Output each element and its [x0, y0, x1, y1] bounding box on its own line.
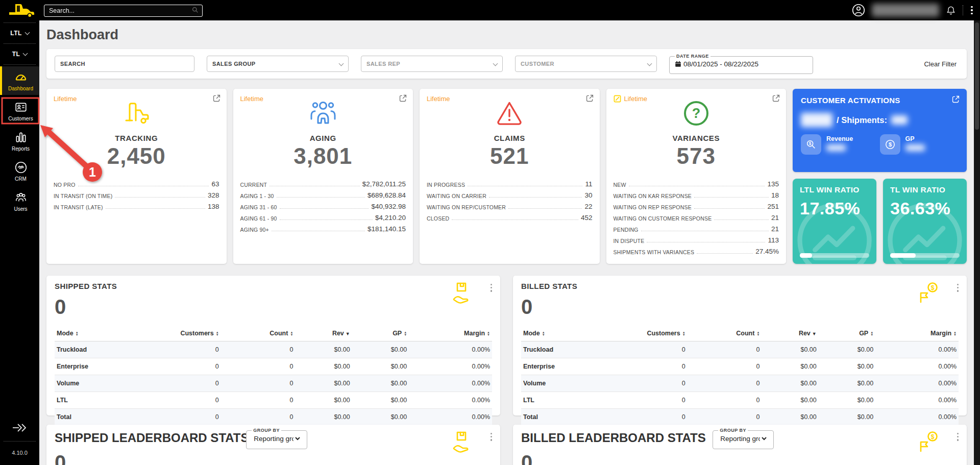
card-menu-kebab-icon[interactable] [489, 432, 493, 442]
billed-stats-card: BILLED STATS $ 0 Mode▲▼ Customers▲▼ Coun… [513, 276, 967, 415]
checkbox-slash-icon [614, 95, 621, 103]
customer-dropdown[interactable]: CUSTOMER [515, 56, 657, 72]
claims-card: Lifetime CLAIMS 521 IN PROGRESS 11 [420, 89, 600, 264]
sidebar-item-users[interactable]: Users [0, 187, 39, 215]
revenue-chip: $ Revenue [801, 134, 880, 155]
stat-label: WAITING ON KAR RESPONSE [614, 193, 692, 199]
global-search-input[interactable] [44, 5, 203, 17]
sidebar-item-label: CRM [15, 176, 27, 182]
column-header-customers[interactable]: Customers▲▼ [142, 326, 220, 341]
column-header-gp[interactable]: GP▲▼ [352, 326, 409, 341]
table-row: Truckload00$0.00$0.000.00% [521, 341, 959, 358]
external-link-icon[interactable] [399, 94, 407, 103]
scrollbar-thumb[interactable] [975, 22, 979, 130]
stat-value: 135 [767, 180, 779, 188]
table-row: LTL00$0.00$0.000.00% [521, 392, 959, 409]
filter-search-input[interactable] [55, 56, 194, 72]
column-header-margin[interactable]: Margin▲▼ [875, 326, 959, 341]
stat-label: AGING 61 - 90 [240, 215, 277, 222]
card-title: CUSTOMER ACTIVATIONS [801, 96, 959, 105]
stat-label: IN DISPUTE [614, 238, 645, 244]
column-header-rev[interactable]: Rev▼ [295, 326, 352, 341]
sidebar: LTL TL Dashboard Customers Reports [0, 0, 39, 465]
gp-chip: $ GP [880, 134, 959, 155]
filter-bar: SALES GROUP SALES REP CUSTOMER DATE RANG… [46, 49, 967, 79]
column-header-count[interactable]: Count▲▼ [688, 326, 762, 341]
sidebar-item-label: Reports [12, 146, 30, 152]
app-logo-truck-icon[interactable] [8, 2, 35, 18]
external-link-icon[interactable] [951, 95, 960, 104]
column-header-gp[interactable]: GP▲▼ [819, 326, 875, 341]
date-range-field[interactable]: DATE RANGE 08/01/2025 - 08/22/2025 [669, 54, 813, 74]
revenue-magnifier-dollar-icon: $ [805, 139, 817, 150]
clear-filter-button[interactable]: Clear Filter [924, 60, 957, 68]
sort-desc-icon: ▼ [812, 331, 817, 336]
column-header-count[interactable]: Count▲▼ [221, 326, 296, 341]
table-row: LTL00$0.00$0.000.00% [55, 392, 492, 409]
user-avatar-icon[interactable] [852, 4, 865, 17]
progress-fill [800, 253, 812, 258]
stat-label: AGING 31 - 60 [240, 204, 277, 210]
stat-value: 27.45% [755, 248, 779, 255]
period-label: Lifetime [54, 95, 77, 103]
external-link-icon[interactable] [585, 94, 594, 103]
leaderboards-row: SHIPPED LEADERBOARD STATS GROUP BY Repor… [46, 425, 967, 465]
card-menu-kebab-icon[interactable] [489, 283, 493, 293]
column-header-customers[interactable]: Customers▲▼ [608, 326, 687, 341]
svg-text:$: $ [809, 141, 812, 146]
shipped-stats-table: Mode▲▼ Customers▲▼ Count▲▼ Rev▼ GP▲▼ Mar… [55, 326, 492, 426]
sidebar-item-dashboard[interactable]: Dashboard [0, 66, 39, 95]
table-row: Enterprise00$0.00$0.000.00% [55, 358, 492, 375]
sort-icon: ▲▼ [487, 331, 490, 336]
stat-row: CURRENT $2,782,011.25 [240, 177, 406, 188]
card-title: LTL WIN RATIO [800, 185, 869, 194]
package-hand-icon [449, 281, 474, 305]
card-menu-kebab-icon[interactable] [956, 283, 960, 293]
column-header-margin[interactable]: Margin▲▼ [409, 326, 492, 341]
stat-row: AGING 31 - 60 $40,932.98 [240, 199, 406, 210]
table-row: Enterprise00$0.00$0.000.00% [521, 358, 959, 375]
period-label: Lifetime [240, 95, 264, 103]
warning-triangle-icon [495, 100, 524, 127]
column-header-mode[interactable]: Mode▲▼ [55, 326, 142, 341]
sidebar-item-crm[interactable]: CRM [0, 157, 39, 185]
column-header-mode[interactable]: Mode▲▼ [521, 326, 608, 341]
sort-desc-icon: ▼ [346, 331, 350, 336]
truck-icon [121, 99, 152, 128]
stat-value: $689,628.84 [368, 191, 406, 199]
group-by-select[interactable]: Reporting group [252, 434, 302, 443]
sidebar-group-ltl[interactable]: LTL [0, 23, 39, 43]
customer-activations-card: CUSTOMER ACTIVATIONS / Shipments: [793, 89, 967, 172]
gp-value-blurred [905, 144, 925, 151]
stat-value: $2,782,011.25 [362, 180, 406, 188]
sales-group-dropdown[interactable]: SALES GROUP [207, 56, 349, 72]
period-text: Lifetime [624, 95, 648, 103]
card-menu-kebab-icon[interactable] [956, 432, 960, 442]
group-by-select[interactable]: Reporting group [718, 434, 768, 443]
user-name-blurred [872, 4, 939, 17]
stat-row: IN TRANSIT (LATE) 138 [54, 199, 219, 210]
notifications-bell-icon[interactable] [946, 5, 956, 15]
sidebar-item-customers[interactable]: Customers [0, 96, 39, 125]
sidebar-group-tl[interactable]: TL [0, 44, 39, 64]
external-link-icon[interactable] [772, 94, 780, 103]
revenue-value-blurred [826, 144, 846, 151]
sidebar-item-label: Customers [8, 116, 33, 121]
sales-rep-dropdown[interactable]: SALES REP [361, 56, 503, 72]
sort-icon: ▲▼ [953, 331, 957, 336]
right-kpi-column: CUSTOMER ACTIVATIONS / Shipments: [793, 89, 967, 264]
stat-label: AGING 90+ [240, 227, 269, 233]
column-header-rev[interactable]: Rev▼ [762, 326, 818, 341]
external-link-icon[interactable] [212, 94, 221, 103]
page-scrollbar[interactable] [974, 20, 980, 465]
date-range-label: DATE RANGE [675, 54, 710, 59]
table-row: Total00$0.00$0.000.00% [55, 409, 492, 426]
win-ratio-value: 36.63% [890, 199, 960, 218]
question-circle-icon: ? [682, 99, 710, 128]
sidebar-item-reports[interactable]: Reports [0, 127, 39, 155]
progress-fill [890, 253, 916, 258]
sidebar-expand-button[interactable] [0, 417, 39, 441]
stat-label: SHIPMENTS WITH VARIANCES [614, 249, 695, 255]
topbar-menu-kebab-icon[interactable] [970, 5, 974, 16]
section-title: SHIPPED STATS [55, 282, 492, 290]
